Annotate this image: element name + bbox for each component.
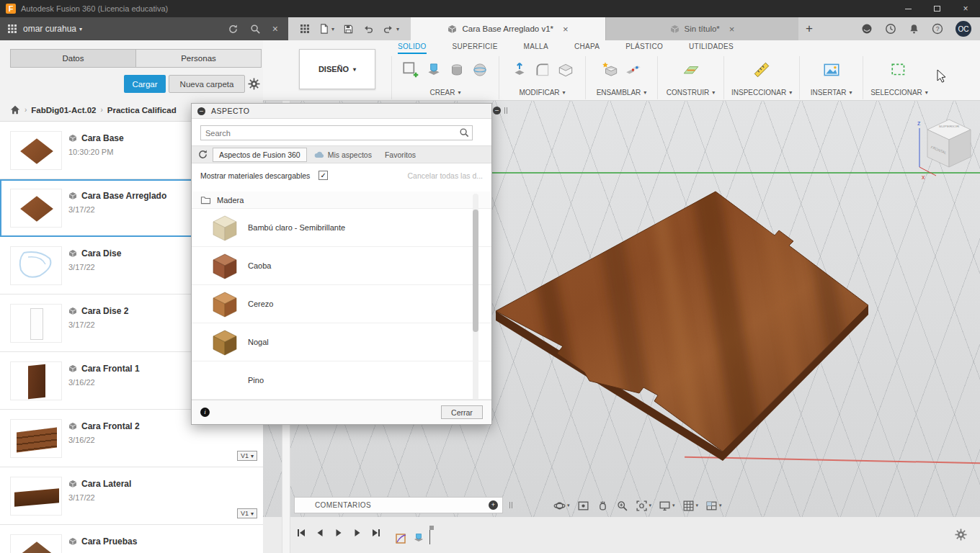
breadcrumb-project[interactable]: FabDig01-Act.02 <box>31 106 96 114</box>
search-input[interactable] <box>200 125 473 140</box>
create-sketch-icon[interactable] <box>401 60 420 79</box>
ensamblar-dropdown[interactable]: ENSAMBLAR▾ <box>597 89 647 96</box>
show-data-panel-icon[interactable] <box>300 24 310 34</box>
display-settings[interactable]: ▾ <box>656 500 677 512</box>
upload-button[interactable]: Cargar <box>124 75 166 93</box>
select-box-icon[interactable] <box>890 60 909 79</box>
tab-my-aspects[interactable]: Mis aspectos <box>308 148 378 161</box>
grid-settings[interactable]: ▾ <box>680 500 701 512</box>
look-at-tool[interactable] <box>575 500 592 512</box>
skip-to-start-icon[interactable] <box>295 527 307 539</box>
minimize-button[interactable] <box>894 0 922 17</box>
timeline-position-marker[interactable] <box>429 527 430 544</box>
show-downloadable-checkbox[interactable]: ✓ <box>318 171 328 180</box>
timeline-marker-handle[interactable] <box>429 526 434 530</box>
version-badge[interactable]: V1▾ <box>237 508 257 518</box>
dialog-header[interactable]: – ASPECTO <box>192 104 491 119</box>
dialog-grip[interactable]: – <box>493 107 507 114</box>
material-item[interactable]: Pino <box>192 361 491 400</box>
shell-icon[interactable] <box>556 60 575 79</box>
list-item[interactable]: Cara Lateral 3/17/22 V1▾ <box>0 467 263 525</box>
tab-solido[interactable]: SOLIDO <box>398 42 427 54</box>
file-menu[interactable]: ▾ <box>318 23 334 35</box>
user-avatar[interactable]: OC <box>956 21 971 37</box>
document-tab-active[interactable]: Cara Base Arreglado v1* × <box>411 17 605 40</box>
new-folder-button[interactable]: Nueva carpeta <box>169 75 245 93</box>
search-icon[interactable] <box>459 127 470 138</box>
refresh-library-icon[interactable] <box>197 149 208 160</box>
form-sphere-icon[interactable] <box>471 60 489 79</box>
new-document-tab-button[interactable]: + <box>798 22 820 36</box>
new-component-icon[interactable] <box>601 60 620 79</box>
revolve-icon[interactable] <box>447 60 466 79</box>
help-icon[interactable]: ? <box>932 23 943 35</box>
scrollbar-thumb[interactable] <box>473 210 478 332</box>
extensions-icon[interactable] <box>861 23 873 35</box>
dialog-collapse-icon[interactable]: – <box>197 107 205 115</box>
close-panel-icon[interactable]: × <box>272 23 278 35</box>
tab-favorites[interactable]: Favoritos <box>379 148 422 161</box>
inspeccionar-dropdown[interactable]: INSPECCIONAR▾ <box>731 89 792 96</box>
insert-image-icon[interactable] <box>822 60 841 79</box>
step-forward-icon[interactable] <box>352 527 363 539</box>
modificar-dropdown[interactable]: MODIFICAR▾ <box>519 89 565 96</box>
workspace-selector[interactable]: DISEÑO ▾ <box>299 49 375 89</box>
tab-personas[interactable]: Personas <box>135 49 262 68</box>
cerrar-button[interactable]: Cerrar <box>441 405 483 419</box>
tab-fusion-aspects[interactable]: Aspectos de Fusion 360 <box>213 148 307 162</box>
tab-datos[interactable]: Datos <box>10 49 135 68</box>
document-tab-inactive[interactable]: Sin título* × <box>605 17 798 40</box>
close-tab-icon[interactable]: × <box>729 24 735 35</box>
timeline-settings-gear-icon[interactable] <box>955 529 967 541</box>
refresh-icon[interactable] <box>228 24 239 35</box>
extrude-icon[interactable] <box>424 60 443 79</box>
notifications-bell-icon[interactable] <box>909 23 919 35</box>
wood-board-model[interactable] <box>479 173 883 468</box>
info-icon[interactable]: i <box>200 408 210 417</box>
material-item[interactable]: Nogal <box>192 323 491 361</box>
material-folder-row[interactable]: Madera <box>192 192 491 209</box>
tab-superficie[interactable]: SUPERFICIE <box>453 42 498 54</box>
tab-plastico[interactable]: PLÁSTICO <box>625 42 663 54</box>
save-icon[interactable] <box>343 24 354 35</box>
redo-menu[interactable]: ▾ <box>383 24 399 35</box>
crear-dropdown[interactable]: CREAR▾ <box>429 89 460 96</box>
seleccionar-dropdown[interactable]: SELECCIONAR▾ <box>870 89 928 96</box>
pan-tool[interactable] <box>594 500 611 512</box>
skip-to-end-icon[interactable] <box>370 527 382 539</box>
home-icon[interactable] <box>10 105 20 114</box>
joint-icon[interactable] <box>624 60 643 79</box>
construction-plane-icon[interactable] <box>682 60 700 79</box>
view-cube[interactable]: z x SUPERIOR FRONTAL <box>912 109 978 181</box>
timeline-sketch-feature[interactable] <box>395 531 408 544</box>
fit-tool[interactable]: ▾ <box>633 500 654 512</box>
comments-panel[interactable]: COMENTARIOS + <box>294 497 503 513</box>
panel-settings-gear-icon[interactable] <box>248 78 260 90</box>
tab-malla[interactable]: MALLA <box>524 42 548 54</box>
orbit-tool[interactable]: ▾ <box>551 500 572 512</box>
tab-chapa[interactable]: CHAPA <box>574 42 600 54</box>
undo-icon[interactable] <box>362 24 374 35</box>
material-item[interactable]: Bambú claro - Semibrillante <box>192 209 491 247</box>
play-icon[interactable] <box>333 527 344 539</box>
search-icon[interactable] <box>250 24 261 35</box>
job-status-clock-icon[interactable] <box>885 23 896 35</box>
grid-menu-icon[interactable] <box>7 24 17 34</box>
insertar-dropdown[interactable]: INSERTAR▾ <box>811 89 852 96</box>
viewports-tool[interactable]: ▾ <box>703 500 724 512</box>
close-tab-icon[interactable]: × <box>563 24 569 35</box>
add-comment-icon[interactable]: + <box>489 500 498 510</box>
tab-utilidades[interactable]: UTILIDADES <box>689 42 734 54</box>
timeline-extrude-feature[interactable] <box>412 531 425 544</box>
fillet-icon[interactable] <box>533 60 552 79</box>
material-item[interactable]: Cerezo <box>192 285 491 323</box>
press-pull-icon[interactable] <box>510 60 529 79</box>
maximize-button[interactable] <box>922 0 951 17</box>
measure-icon[interactable] <box>752 60 771 79</box>
version-badge[interactable]: V1▾ <box>237 451 257 461</box>
list-item[interactable]: Cara Pruebas <box>0 525 263 553</box>
comments-grip[interactable] <box>509 502 512 508</box>
construir-dropdown[interactable]: CONSTRUIR▾ <box>667 89 715 96</box>
user-menu[interactable]: omar curahua <box>23 24 76 34</box>
breadcrumb-folder[interactable]: Practica Calificad <box>107 106 177 114</box>
